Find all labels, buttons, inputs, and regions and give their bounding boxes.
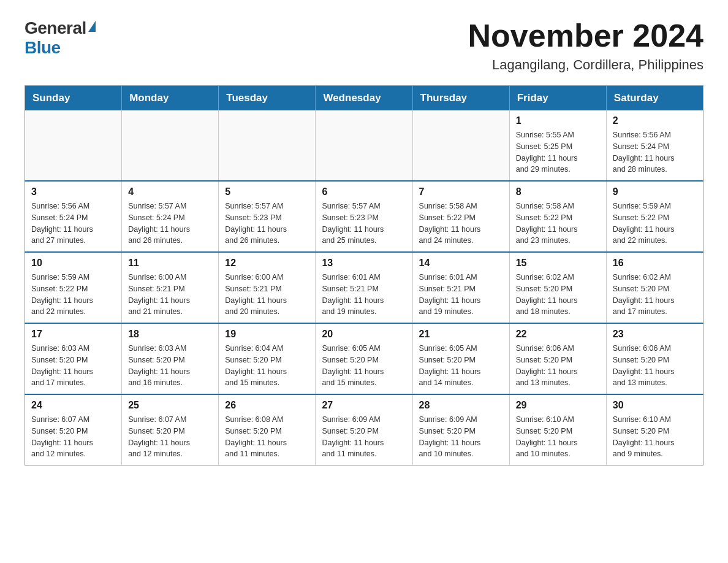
day-info: Sunrise: 5:58 AM Sunset: 5:22 PM Dayligh… [516, 201, 600, 247]
day-number: 26 [225, 400, 309, 411]
day-info: Sunrise: 6:01 AM Sunset: 5:21 PM Dayligh… [419, 272, 503, 318]
day-info: Sunrise: 6:09 AM Sunset: 5:20 PM Dayligh… [419, 414, 503, 460]
calendar-cell: 1Sunrise: 5:55 AM Sunset: 5:25 PM Daylig… [509, 110, 606, 181]
day-number: 22 [516, 329, 600, 340]
calendar-cell: 26Sunrise: 6:08 AM Sunset: 5:20 PM Dayli… [219, 394, 316, 465]
day-number: 25 [128, 400, 212, 411]
day-number: 29 [516, 400, 600, 411]
calendar-cell [412, 110, 509, 181]
day-number: 23 [613, 329, 697, 340]
day-info: Sunrise: 6:04 AM Sunset: 5:20 PM Dayligh… [225, 343, 309, 389]
day-number: 14 [419, 258, 503, 269]
day-info: Sunrise: 6:05 AM Sunset: 5:20 PM Dayligh… [322, 343, 406, 389]
weekday-header-friday: Friday [509, 86, 606, 111]
day-number: 21 [419, 329, 503, 340]
day-info: Sunrise: 6:01 AM Sunset: 5:21 PM Dayligh… [322, 272, 406, 318]
day-number: 20 [322, 329, 406, 340]
calendar-table: SundayMondayTuesdayWednesdayThursdayFrid… [25, 85, 703, 465]
calendar-cell [219, 110, 316, 181]
day-number: 27 [322, 400, 406, 411]
calendar-cell: 8Sunrise: 5:58 AM Sunset: 5:22 PM Daylig… [509, 181, 606, 252]
day-info: Sunrise: 6:02 AM Sunset: 5:20 PM Dayligh… [613, 272, 697, 318]
day-number: 7 [419, 186, 503, 197]
calendar-week-3: 10Sunrise: 5:59 AM Sunset: 5:22 PM Dayli… [25, 252, 703, 323]
day-number: 1 [516, 115, 600, 126]
calendar-cell: 20Sunrise: 6:05 AM Sunset: 5:20 PM Dayli… [316, 323, 412, 394]
calendar-cell: 19Sunrise: 6:04 AM Sunset: 5:20 PM Dayli… [219, 323, 316, 394]
title-section: November 2024 Lagangilang, Cordillera, P… [468, 18, 703, 73]
calendar-cell: 18Sunrise: 6:03 AM Sunset: 5:20 PM Dayli… [122, 323, 219, 394]
day-number: 6 [322, 186, 406, 197]
calendar-cell: 2Sunrise: 5:56 AM Sunset: 5:24 PM Daylig… [606, 110, 703, 181]
day-info: Sunrise: 5:56 AM Sunset: 5:24 PM Dayligh… [31, 201, 115, 247]
calendar-cell: 4Sunrise: 5:57 AM Sunset: 5:24 PM Daylig… [122, 181, 219, 252]
day-info: Sunrise: 6:06 AM Sunset: 5:20 PM Dayligh… [516, 343, 600, 389]
day-info: Sunrise: 6:03 AM Sunset: 5:20 PM Dayligh… [128, 343, 212, 389]
day-number: 17 [31, 329, 115, 340]
day-info: Sunrise: 6:07 AM Sunset: 5:20 PM Dayligh… [128, 414, 212, 460]
day-info: Sunrise: 6:00 AM Sunset: 5:21 PM Dayligh… [128, 272, 212, 318]
day-info: Sunrise: 6:06 AM Sunset: 5:20 PM Dayligh… [613, 343, 697, 389]
calendar-cell: 23Sunrise: 6:06 AM Sunset: 5:20 PM Dayli… [606, 323, 703, 394]
calendar-cell: 9Sunrise: 5:59 AM Sunset: 5:22 PM Daylig… [606, 181, 703, 252]
calendar-cell: 3Sunrise: 5:56 AM Sunset: 5:24 PM Daylig… [25, 181, 122, 252]
day-number: 18 [128, 329, 212, 340]
day-info: Sunrise: 6:02 AM Sunset: 5:20 PM Dayligh… [516, 272, 600, 318]
calendar-cell: 15Sunrise: 6:02 AM Sunset: 5:20 PM Dayli… [509, 252, 606, 323]
day-number: 10 [31, 258, 115, 269]
day-number: 4 [128, 186, 212, 197]
calendar-cell: 22Sunrise: 6:06 AM Sunset: 5:20 PM Dayli… [509, 323, 606, 394]
day-info: Sunrise: 6:10 AM Sunset: 5:20 PM Dayligh… [516, 414, 600, 460]
day-number: 9 [613, 186, 697, 197]
day-info: Sunrise: 5:59 AM Sunset: 5:22 PM Dayligh… [613, 201, 697, 247]
calendar-cell: 12Sunrise: 6:00 AM Sunset: 5:21 PM Dayli… [219, 252, 316, 323]
day-info: Sunrise: 6:07 AM Sunset: 5:20 PM Dayligh… [31, 414, 115, 460]
logo-blue-text: Blue [25, 38, 61, 58]
calendar-cell: 29Sunrise: 6:10 AM Sunset: 5:20 PM Dayli… [509, 394, 606, 465]
weekday-header-saturday: Saturday [606, 86, 703, 111]
day-number: 13 [322, 258, 406, 269]
day-number: 11 [128, 258, 212, 269]
calendar-body: 1Sunrise: 5:55 AM Sunset: 5:25 PM Daylig… [25, 110, 703, 465]
calendar-cell [25, 110, 122, 181]
day-info: Sunrise: 6:09 AM Sunset: 5:20 PM Dayligh… [322, 414, 406, 460]
day-info: Sunrise: 5:56 AM Sunset: 5:24 PM Dayligh… [613, 129, 697, 175]
calendar-week-2: 3Sunrise: 5:56 AM Sunset: 5:24 PM Daylig… [25, 181, 703, 252]
calendar-cell: 24Sunrise: 6:07 AM Sunset: 5:20 PM Dayli… [25, 394, 122, 465]
calendar-week-1: 1Sunrise: 5:55 AM Sunset: 5:25 PM Daylig… [25, 110, 703, 181]
calendar-cell: 5Sunrise: 5:57 AM Sunset: 5:23 PM Daylig… [219, 181, 316, 252]
calendar-cell: 21Sunrise: 6:05 AM Sunset: 5:20 PM Dayli… [412, 323, 509, 394]
calendar-cell: 17Sunrise: 6:03 AM Sunset: 5:20 PM Dayli… [25, 323, 122, 394]
calendar-week-5: 24Sunrise: 6:07 AM Sunset: 5:20 PM Dayli… [25, 394, 703, 465]
calendar-week-4: 17Sunrise: 6:03 AM Sunset: 5:20 PM Dayli… [25, 323, 703, 394]
calendar-cell: 25Sunrise: 6:07 AM Sunset: 5:20 PM Dayli… [122, 394, 219, 465]
day-info: Sunrise: 6:05 AM Sunset: 5:20 PM Dayligh… [419, 343, 503, 389]
day-info: Sunrise: 6:10 AM Sunset: 5:20 PM Dayligh… [613, 414, 697, 460]
day-info: Sunrise: 6:08 AM Sunset: 5:20 PM Dayligh… [225, 414, 309, 460]
calendar-cell [316, 110, 412, 181]
day-number: 16 [613, 258, 697, 269]
calendar-cell: 13Sunrise: 6:01 AM Sunset: 5:21 PM Dayli… [316, 252, 412, 323]
day-number: 8 [516, 186, 600, 197]
calendar-cell: 6Sunrise: 5:57 AM Sunset: 5:23 PM Daylig… [316, 181, 412, 252]
calendar-cell: 27Sunrise: 6:09 AM Sunset: 5:20 PM Dayli… [316, 394, 412, 465]
calendar-cell: 28Sunrise: 6:09 AM Sunset: 5:20 PM Dayli… [412, 394, 509, 465]
weekday-header-row: SundayMondayTuesdayWednesdayThursdayFrid… [25, 86, 703, 111]
weekday-header-wednesday: Wednesday [316, 86, 412, 111]
logo-general-text: General [25, 18, 86, 38]
day-number: 24 [31, 400, 115, 411]
location-title: Lagangilang, Cordillera, Philippines [468, 57, 703, 73]
day-number: 3 [31, 186, 115, 197]
day-info: Sunrise: 6:03 AM Sunset: 5:20 PM Dayligh… [31, 343, 115, 389]
logo: General Blue [25, 18, 96, 58]
weekday-header-monday: Monday [122, 86, 219, 111]
day-info: Sunrise: 5:57 AM Sunset: 5:23 PM Dayligh… [322, 201, 406, 247]
calendar-cell: 7Sunrise: 5:58 AM Sunset: 5:22 PM Daylig… [412, 181, 509, 252]
day-number: 12 [225, 258, 309, 269]
calendar-header: SundayMondayTuesdayWednesdayThursdayFrid… [25, 86, 703, 111]
weekday-header-sunday: Sunday [25, 86, 122, 111]
day-info: Sunrise: 6:00 AM Sunset: 5:21 PM Dayligh… [225, 272, 309, 318]
calendar-cell: 16Sunrise: 6:02 AM Sunset: 5:20 PM Dayli… [606, 252, 703, 323]
day-number: 30 [613, 400, 697, 411]
day-info: Sunrise: 5:57 AM Sunset: 5:23 PM Dayligh… [225, 201, 309, 247]
